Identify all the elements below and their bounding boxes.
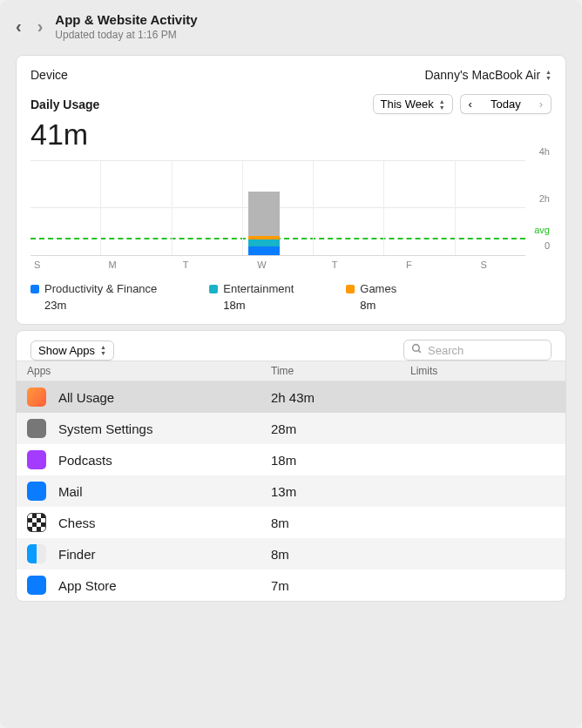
day-column[interactable]: [100, 161, 171, 255]
apps-card: Show Apps ▲▼ Apps Time Limits All Usage2…: [16, 330, 566, 602]
apps-table-header: Apps Time Limits: [17, 361, 565, 381]
ytick: 2h: [539, 193, 550, 204]
app-name: Chess: [58, 516, 271, 530]
usage-header: Daily Usage This Week ▲▼ ‹ Today ›: [30, 94, 552, 114]
search-input[interactable]: [428, 344, 544, 357]
app-time: 13m: [271, 484, 410, 499]
app-time: 2h 43m: [271, 390, 410, 405]
legend-item[interactable]: Games8m: [346, 282, 396, 312]
table-row[interactable]: Finder8m: [17, 538, 565, 570]
device-select[interactable]: Danny's MacBook Air ▲▼: [424, 68, 552, 82]
search-icon: [411, 343, 423, 357]
device-label: Device: [30, 68, 68, 82]
show-filter-value: Show Apps: [38, 344, 95, 357]
legend-value: 23m: [44, 299, 157, 312]
day-column[interactable]: [313, 161, 383, 255]
chess-icon: [27, 513, 46, 532]
table-row[interactable]: Podcasts18m: [17, 444, 565, 475]
app-time: 18m: [271, 453, 410, 468]
table-row[interactable]: All Usage2h 43m: [17, 381, 565, 413]
bar-segment: [248, 192, 280, 236]
xlabel: M: [105, 260, 179, 270]
avg-label: avg: [534, 225, 550, 235]
legend-swatch: [209, 285, 218, 293]
xlabel: T: [179, 260, 254, 270]
updown-icon: ▲▼: [100, 344, 106, 356]
title-block: App & Website Activity Updated today at …: [55, 12, 197, 41]
legend-name: Entertainment: [223, 282, 294, 295]
app-time: 28m: [271, 421, 410, 436]
day-column[interactable]: [30, 161, 100, 255]
show-filter-select[interactable]: Show Apps ▲▼: [30, 340, 114, 361]
app-time: 8m: [271, 547, 410, 562]
period-value: This Week: [381, 98, 434, 111]
day-column[interactable]: [455, 161, 525, 255]
app-time: 8m: [271, 516, 410, 530]
page-title: App & Website Activity: [55, 12, 197, 27]
updown-icon: ▲▼: [545, 69, 552, 81]
ytick: 4h: [539, 146, 550, 157]
svg-point-0: [413, 345, 420, 352]
updown-icon: ▲▼: [439, 98, 445, 111]
app-time: 7m: [271, 578, 410, 593]
xlabel: W: [254, 260, 328, 270]
legend-swatch: [346, 285, 355, 293]
daily-usage-label: Daily Usage: [30, 98, 99, 111]
header: ‹ › App & Website Activity Updated today…: [0, 0, 582, 50]
day-column[interactable]: [242, 161, 313, 255]
col-apps[interactable]: Apps: [27, 365, 271, 377]
app-name: System Settings: [58, 421, 271, 436]
finder-icon: [27, 544, 46, 563]
today-button[interactable]: Today: [480, 94, 531, 114]
table-row[interactable]: App Store7m: [17, 570, 565, 601]
back-button[interactable]: ‹: [16, 17, 22, 37]
allusage-icon: [27, 388, 46, 407]
legend-item[interactable]: Entertainment18m: [209, 282, 294, 312]
window: ‹ › App & Website Activity Updated today…: [0, 0, 582, 728]
date-nav: ‹ Today ›: [460, 94, 552, 114]
app-name: App Store: [58, 578, 271, 593]
table-row[interactable]: System Settings28m: [17, 413, 565, 444]
prev-day-button[interactable]: ‹: [460, 94, 480, 114]
app-name: All Usage: [58, 390, 271, 405]
chart-plot[interactable]: [30, 160, 525, 256]
legend-value: 8m: [360, 299, 396, 312]
apps-list: All Usage2h 43mSystem Settings28mPodcast…: [17, 381, 565, 601]
day-column[interactable]: [383, 161, 454, 255]
xlabel: F: [403, 260, 477, 270]
legend-name: Productivity & Finance: [44, 282, 157, 295]
legend-item[interactable]: Productivity & Finance23m: [30, 282, 157, 312]
next-day-button[interactable]: ›: [531, 94, 552, 114]
period-select[interactable]: This Week ▲▼: [373, 94, 453, 114]
device-value: Danny's MacBook Air: [424, 68, 540, 82]
xlabel: T: [328, 260, 403, 270]
chart-legend: Productivity & Finance23mEntertainment18…: [30, 282, 552, 312]
table-row[interactable]: Chess8m: [17, 507, 565, 538]
legend-name: Games: [360, 282, 396, 295]
xlabel: S: [30, 260, 105, 270]
legend-swatch: [30, 285, 39, 293]
total-usage-value: 41m: [30, 118, 552, 152]
col-limits[interactable]: Limits: [410, 365, 565, 377]
day-column[interactable]: [172, 161, 242, 255]
table-row[interactable]: Mail13m: [17, 475, 565, 507]
ytick: 0: [545, 240, 550, 251]
legend-value: 18m: [223, 299, 294, 312]
bar-segment: [248, 239, 280, 246]
filter-row: Show Apps ▲▼: [17, 340, 565, 361]
nav-arrows: ‹ ›: [16, 17, 43, 37]
forward-button[interactable]: ›: [37, 17, 44, 37]
podcasts-icon: [27, 450, 46, 469]
settings-icon: [27, 419, 46, 438]
appstore-icon: [27, 576, 46, 595]
search-field[interactable]: [403, 340, 552, 361]
app-name: Mail: [58, 484, 271, 499]
svg-line-1: [418, 350, 421, 353]
device-row: Device Danny's MacBook Air ▲▼: [30, 68, 552, 82]
chart: 4h2h0avg: [30, 160, 552, 256]
xlabel: S: [477, 260, 552, 270]
col-time[interactable]: Time: [271, 365, 410, 377]
mail-icon: [27, 482, 46, 501]
usage-card: Device Danny's MacBook Air ▲▼ Daily Usag…: [16, 55, 566, 325]
chart-xaxis: SMTWTFS: [30, 260, 552, 270]
